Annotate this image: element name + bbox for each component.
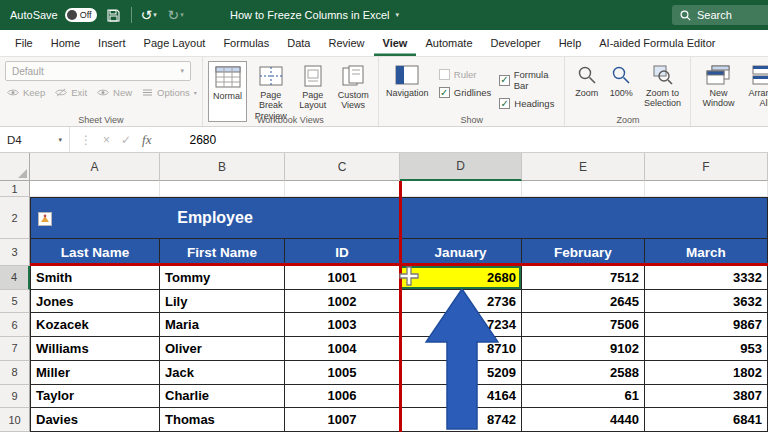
column-header-e[interactable]: E: [522, 153, 645, 181]
tab-insert[interactable]: Insert: [89, 30, 135, 56]
row-header-6[interactable]: 6: [0, 313, 30, 337]
select-all-corner[interactable]: [0, 153, 30, 181]
more-icon[interactable]: ⋮: [80, 133, 92, 147]
cell[interactable]: 1003: [285, 313, 400, 337]
normal-view-button[interactable]: Normal: [208, 61, 247, 122]
cell[interactable]: 1002: [285, 290, 400, 314]
new-sheet-view-button[interactable]: New: [97, 87, 132, 98]
cell[interactable]: 9102: [522, 337, 645, 361]
cancel-icon[interactable]: ×: [103, 133, 110, 147]
undo-icon[interactable]: ↺▾: [139, 5, 159, 25]
cell[interactable]: [400, 181, 522, 197]
tab-file[interactable]: File: [6, 30, 42, 56]
cell[interactable]: 6841: [645, 408, 768, 432]
tab-ai-formula-editor[interactable]: AI-aided Formula Editor: [590, 30, 724, 56]
cell[interactable]: Williams: [30, 337, 160, 361]
cell[interactable]: [30, 181, 160, 197]
tab-formulas[interactable]: Formulas: [214, 30, 278, 56]
cell[interactable]: [285, 181, 400, 197]
header-first-name[interactable]: First Name: [160, 239, 285, 266]
autosave-toggle[interactable]: Off: [65, 8, 97, 22]
header-january[interactable]: January: [400, 239, 522, 266]
row-header-7[interactable]: 7: [0, 337, 30, 361]
cell[interactable]: 4440: [522, 408, 645, 432]
cell[interactable]: Maria: [160, 313, 285, 337]
cell[interactable]: Thomas: [160, 408, 285, 432]
page-break-preview-button[interactable]: Page Break Preview: [249, 61, 292, 122]
new-window-button[interactable]: New Window: [696, 61, 740, 110]
column-header-c[interactable]: C: [285, 153, 400, 181]
cell[interactable]: 1005: [285, 361, 400, 385]
keep-button[interactable]: Keep: [7, 87, 45, 98]
sheet-view-dropdown[interactable]: Default ▾: [5, 61, 191, 81]
tab-developer[interactable]: Developer: [482, 30, 550, 56]
ruler-checkbox[interactable]: Ruler: [439, 69, 492, 80]
cell[interactable]: Kozacek: [30, 313, 160, 337]
document-title[interactable]: How to Freeze Columns in Excel ▾: [230, 0, 399, 30]
navigation-button[interactable]: Navigation: [384, 61, 431, 109]
zoom-button[interactable]: Zoom: [570, 61, 603, 110]
redo-icon[interactable]: ↻▾: [166, 5, 186, 25]
tab-home[interactable]: Home: [42, 30, 89, 56]
cell[interactable]: Tommy: [160, 266, 285, 290]
cell[interactable]: 61: [522, 385, 645, 409]
cell[interactable]: 9867: [645, 313, 768, 337]
tab-view[interactable]: View: [374, 30, 417, 56]
tab-data[interactable]: Data: [278, 30, 319, 56]
cell[interactable]: [160, 181, 285, 197]
column-header-a[interactable]: A: [30, 153, 160, 181]
row-header-2[interactable]: 2: [0, 197, 30, 239]
zoom-100-button[interactable]: 100%: [605, 61, 638, 110]
cell[interactable]: Oliver: [160, 337, 285, 361]
custom-views-button[interactable]: Custom Views: [334, 61, 373, 122]
column-header-f[interactable]: F: [645, 153, 768, 181]
tab-review[interactable]: Review: [319, 30, 373, 56]
formula-bar-checkbox[interactable]: ✓ Formula Bar: [499, 69, 559, 91]
cell[interactable]: 1004: [285, 337, 400, 361]
cell[interactable]: Lily: [160, 290, 285, 314]
cell[interactable]: Davies: [30, 408, 160, 432]
cell[interactable]: 7506: [522, 313, 645, 337]
tab-help[interactable]: Help: [550, 30, 591, 56]
cell[interactable]: 7512: [522, 266, 645, 290]
header-march[interactable]: March: [645, 239, 768, 266]
row-header-1[interactable]: 1: [0, 181, 30, 197]
tab-automate[interactable]: Automate: [416, 30, 481, 56]
column-header-d[interactable]: D: [400, 153, 522, 181]
cell[interactable]: [645, 181, 768, 197]
enter-icon[interactable]: ✓: [121, 133, 131, 147]
cell[interactable]: Taylor: [30, 385, 160, 409]
row-header-3[interactable]: 3: [0, 239, 30, 266]
exit-button[interactable]: Exit: [55, 87, 87, 98]
search-input[interactable]: Search: [672, 5, 768, 25]
row-header-9[interactable]: 9: [0, 385, 30, 409]
cell[interactable]: 1006: [285, 385, 400, 409]
cell[interactable]: 1802: [645, 361, 768, 385]
header-february[interactable]: February: [522, 239, 645, 266]
cell[interactable]: Jones: [30, 290, 160, 314]
cell[interactable]: 2645: [522, 290, 645, 314]
cell[interactable]: 2588: [522, 361, 645, 385]
arrange-all-button[interactable]: Arrange All: [742, 61, 768, 110]
cell[interactable]: 3807: [645, 385, 768, 409]
row-header-5[interactable]: 5: [0, 290, 30, 314]
header-id[interactable]: ID: [285, 239, 400, 266]
insert-function-icon[interactable]: fx: [142, 132, 151, 148]
cell[interactable]: Charlie: [160, 385, 285, 409]
row-header-4[interactable]: 4: [0, 266, 30, 290]
cell[interactable]: Jack: [160, 361, 285, 385]
header-last-name[interactable]: Last Name: [30, 239, 160, 266]
cell[interactable]: Smith: [30, 266, 160, 290]
banner-cell[interactable]: Employee: [30, 197, 400, 239]
banner-cell-right[interactable]: [400, 197, 768, 239]
cell[interactable]: 1001: [285, 266, 400, 290]
row-header-10[interactable]: 10: [0, 408, 30, 432]
formula-input[interactable]: 2680: [189, 133, 216, 147]
cell[interactable]: 1007: [285, 408, 400, 432]
tab-page-layout[interactable]: Page Layout: [135, 30, 215, 56]
headings-checkbox[interactable]: ✓ Headings: [499, 98, 559, 109]
cell[interactable]: 3332: [645, 266, 768, 290]
gridlines-checkbox[interactable]: ✓ Gridlines: [439, 87, 492, 98]
column-header-b[interactable]: B: [160, 153, 285, 181]
cell[interactable]: 953: [645, 337, 768, 361]
